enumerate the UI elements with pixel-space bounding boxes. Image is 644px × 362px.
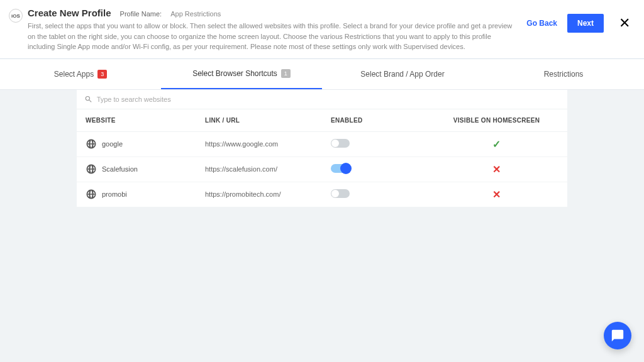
tab-label: Select Brand / App Order	[360, 70, 444, 79]
col-header-enabled: ENABLED	[331, 117, 435, 124]
header: iOS Create New Profile Profile Name: App…	[0, 0, 644, 59]
enabled-toggle[interactable]	[331, 164, 350, 173]
website-url: https://www.google.com	[205, 140, 331, 148]
panel: WEBSITE LINK / URL ENABLED VISIBLE ON HO…	[77, 90, 567, 207]
tab-badge: 1	[281, 69, 291, 78]
tab-select-brand[interactable]: Select Brand / App Order	[322, 59, 483, 89]
profile-name-value: App Restrictions	[170, 10, 221, 18]
search-icon	[84, 95, 93, 104]
go-back-link[interactable]: Go Back	[526, 19, 557, 28]
tab-badge: 3	[97, 70, 107, 79]
page-title: Create New Profile	[28, 8, 111, 18]
tab-label: Select Browser Shortcuts	[192, 69, 277, 78]
header-description: First, select the apps that you want to …	[28, 21, 514, 52]
tab-select-apps[interactable]: Select Apps 3	[0, 59, 161, 89]
content-area: WEBSITE LINK / URL ENABLED VISIBLE ON HO…	[0, 90, 644, 363]
next-button[interactable]: Next	[567, 14, 604, 33]
search-row	[77, 90, 567, 109]
website-name: google	[102, 140, 123, 148]
website-name: Scalefusion	[102, 165, 138, 173]
table-row: google https://www.google.com ✓	[77, 132, 567, 157]
platform-badge: iOS	[9, 9, 23, 23]
chat-widget[interactable]	[604, 322, 631, 349]
globe-icon	[86, 138, 97, 150]
website-name: promobi	[102, 190, 127, 198]
profile-name-label: Profile Name:	[120, 10, 162, 18]
table-header: WEBSITE LINK / URL ENABLED VISIBLE ON HO…	[77, 109, 567, 132]
website-url: https://promobitech.com/	[205, 190, 331, 198]
table-row: Scalefusion https://scalefusion.com/ ✕	[77, 157, 567, 182]
tab-label: Select Apps	[54, 70, 94, 79]
check-icon: ✓	[492, 139, 501, 150]
website-url: https://scalefusion.com/	[205, 165, 331, 173]
close-icon[interactable]: ✕	[619, 15, 630, 31]
search-input[interactable]	[97, 96, 560, 103]
cross-icon: ✕	[492, 164, 501, 175]
col-header-website: WEBSITE	[86, 117, 205, 124]
tab-select-browser-shortcuts[interactable]: Select Browser Shortcuts 1	[161, 59, 322, 89]
enabled-toggle[interactable]	[331, 139, 350, 148]
globe-icon	[86, 189, 97, 200]
tab-restrictions[interactable]: Restrictions	[483, 59, 644, 89]
col-header-visible: VISIBLE ON HOMESCREEN	[435, 117, 558, 124]
col-header-url: LINK / URL	[205, 117, 331, 124]
cross-icon: ✕	[492, 189, 501, 200]
table-row: promobi https://promobitech.com/ ✕	[77, 182, 567, 207]
globe-icon	[86, 163, 97, 175]
tab-label: Restrictions	[544, 70, 584, 79]
tabs: Select Apps 3 Select Browser Shortcuts 1…	[0, 59, 644, 90]
enabled-toggle[interactable]	[331, 189, 350, 198]
chat-icon	[611, 329, 625, 343]
